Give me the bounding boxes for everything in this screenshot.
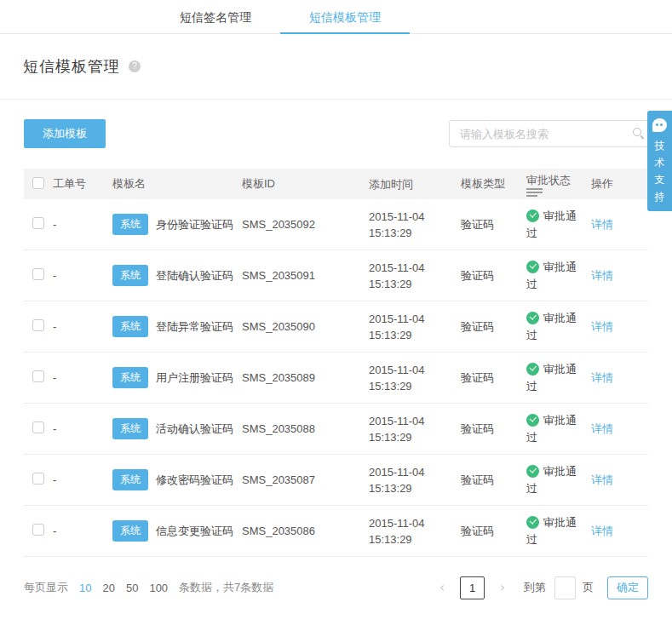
- header-added-time: 添加时间: [369, 176, 461, 192]
- template-id-cell: SMS_2035088: [242, 422, 369, 435]
- approved-check-icon: [526, 209, 539, 222]
- table-body: - 系统 身份验证验证码 SMS_2035092 2015-11-04 15:1…: [24, 199, 648, 557]
- per-page-option-10[interactable]: 10: [79, 582, 91, 594]
- table-header-row: 工单号 模板名 模板ID 添加时间 模板类型 审批状态 操作: [24, 169, 648, 199]
- select-all-checkbox[interactable]: [32, 177, 44, 189]
- template-id-cell: SMS_2035091: [242, 269, 369, 282]
- tech-support-widget[interactable]: 技 术 支 持: [647, 111, 672, 211]
- row-checkbox[interactable]: [32, 217, 44, 229]
- approved-check-icon: [526, 516, 539, 529]
- template-id-cell: SMS_2035092: [242, 218, 369, 231]
- filter-icon[interactable]: [526, 188, 586, 197]
- template-id-cell: SMS_2035090: [242, 320, 369, 333]
- template-name: 登陆确认验证码: [156, 268, 233, 284]
- row-checkbox[interactable]: [32, 421, 44, 433]
- tab-sms-template[interactable]: 短信模板管理: [280, 0, 410, 34]
- system-badge: 系统: [112, 265, 148, 286]
- system-badge: 系统: [112, 367, 148, 388]
- approval-status-cell: 审批通过: [526, 208, 581, 242]
- added-time-cell: 2015-11-04 15:13:29: [369, 515, 461, 548]
- details-link[interactable]: 详情: [591, 218, 613, 231]
- table-row: - 系统 登陆异常验证码 SMS_2035090 2015-11-04 15:1…: [24, 301, 648, 353]
- details-link[interactable]: 详情: [591, 525, 613, 537]
- template-type-cell: 验证码: [461, 421, 526, 437]
- order-no-cell: -: [53, 269, 112, 282]
- row-checkbox[interactable]: [32, 524, 44, 536]
- template-name: 身份验证验证码: [156, 217, 233, 232]
- system-badge: 系统: [112, 520, 148, 542]
- total-count-label: 条数据，共7条数据: [179, 580, 273, 595]
- search-icon[interactable]: [633, 128, 641, 136]
- title-band: 短信模板管理 ?: [0, 34, 672, 100]
- goto-page-input[interactable]: [554, 576, 576, 599]
- search-input[interactable]: [449, 120, 649, 147]
- template-id-cell: SMS_2035089: [242, 371, 369, 384]
- added-time-cell: 2015-11-04 15:13:29: [369, 464, 461, 496]
- approval-status-cell: 审批通过: [526, 514, 581, 548]
- top-tabbar: 短信签名管理 短信模板管理: [0, 0, 672, 34]
- details-link[interactable]: 详情: [591, 269, 613, 282]
- approved-check-icon: [526, 312, 539, 324]
- details-link[interactable]: 详情: [591, 371, 613, 384]
- support-char: 持: [655, 188, 665, 205]
- order-no-cell: -: [53, 422, 112, 435]
- system-badge: 系统: [112, 316, 148, 337]
- add-template-button[interactable]: 添加模板: [24, 119, 106, 148]
- page-unit-label: 页: [583, 580, 594, 595]
- details-link[interactable]: 详情: [591, 320, 613, 333]
- header-actions: 操作: [591, 176, 647, 192]
- page-title: 短信模板管理: [23, 56, 120, 77]
- template-name: 活动确认验证码: [156, 421, 233, 437]
- approval-status-cell: 审批通过: [526, 259, 581, 293]
- template-table: 工单号 模板名 模板ID 添加时间 模板类型 审批状态 操作 - 系统 身份验证…: [24, 169, 648, 557]
- order-no-cell: -: [53, 371, 112, 384]
- header-order-no: 工单号: [53, 176, 112, 192]
- chat-bubble-icon: [652, 118, 667, 132]
- per-page-option-20[interactable]: 20: [102, 582, 114, 594]
- template-name: 修改密码验证码: [156, 473, 233, 488]
- pagination-bar: 每页显示 10 20 50 100 条数据，共7条数据 ‹ 1 › 到第 页 确…: [24, 557, 648, 618]
- row-checkbox[interactable]: [32, 473, 44, 485]
- header-template-type: 模板类型: [461, 176, 526, 192]
- added-time-cell: 2015-11-04 15:13:29: [369, 413, 461, 445]
- row-checkbox[interactable]: [32, 268, 44, 280]
- order-no-cell: -: [53, 218, 112, 231]
- tab-sms-signature[interactable]: 短信签名管理: [151, 0, 280, 34]
- table-row: - 系统 信息变更验证码 SMS_2035086 2015-11-04 15:1…: [24, 506, 648, 557]
- support-char: 术: [655, 154, 665, 171]
- added-time-cell: 2015-11-04 15:13:29: [369, 209, 461, 241]
- template-type-cell: 验证码: [461, 319, 526, 335]
- added-time-cell: 2015-11-04 15:13:29: [369, 260, 461, 292]
- next-page-icon[interactable]: ›: [497, 580, 508, 595]
- added-time-cell: 2015-11-04 15:13:29: [369, 362, 461, 394]
- approved-check-icon: [526, 261, 539, 273]
- goto-label: 到第: [524, 580, 546, 595]
- support-char: 支: [655, 171, 665, 188]
- search-box: [449, 120, 649, 147]
- approved-check-icon: [526, 363, 539, 376]
- details-link[interactable]: 详情: [591, 422, 613, 435]
- per-page-option-100[interactable]: 100: [149, 582, 168, 594]
- prev-page-icon[interactable]: ‹: [436, 580, 448, 595]
- support-char: 技: [655, 137, 665, 154]
- row-checkbox[interactable]: [32, 319, 44, 331]
- confirm-button[interactable]: 确定: [607, 576, 648, 599]
- approved-check-icon: [526, 465, 539, 478]
- table-row: - 系统 登陆确认验证码 SMS_2035091 2015-11-04 15:1…: [24, 250, 648, 301]
- order-no-cell: -: [53, 320, 112, 333]
- approval-status-cell: 审批通过: [526, 361, 581, 395]
- help-icon[interactable]: ?: [129, 60, 141, 72]
- details-link[interactable]: 详情: [591, 473, 613, 486]
- table-row: - 系统 活动确认验证码 SMS_2035088 2015-11-04 15:1…: [24, 404, 648, 455]
- per-page-label: 每页显示: [24, 580, 68, 595]
- approval-status-cell: 审批通过: [526, 463, 581, 497]
- per-page-selector: 每页显示 10 20 50 100 条数据，共7条数据: [24, 580, 273, 595]
- per-page-option-50[interactable]: 50: [126, 582, 138, 594]
- page-number-button[interactable]: 1: [460, 576, 485, 599]
- row-checkbox[interactable]: [32, 370, 44, 382]
- template-name: 用户注册验证码: [156, 370, 233, 386]
- table-row: - 系统 修改密码验证码 SMS_2035087 2015-11-04 15:1…: [24, 455, 648, 506]
- template-type-cell: 验证码: [461, 217, 526, 232]
- added-time-cell: 2015-11-04 15:13:29: [369, 311, 461, 343]
- table-row: - 系统 身份验证验证码 SMS_2035092 2015-11-04 15:1…: [24, 199, 648, 250]
